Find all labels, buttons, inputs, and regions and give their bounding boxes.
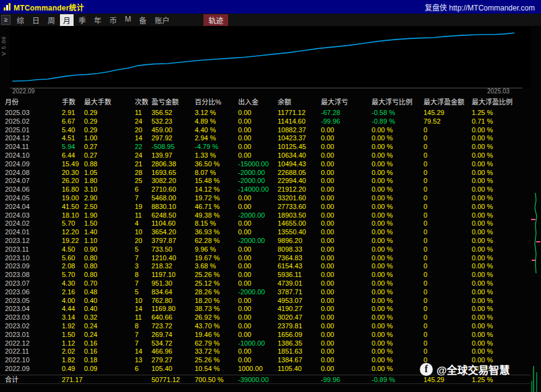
table-cell: 534.72 [151, 339, 195, 348]
table-cell: 0.00 % [372, 262, 424, 271]
table-cell [278, 375, 321, 385]
table-cell: 0.00 [321, 271, 372, 279]
trace-button[interactable]: 轨迹 [203, 14, 228, 26]
table-row[interactable]: 2023.085.700.8081197.1025.26 %0.005936.1… [0, 271, 530, 279]
table-cell: 1386.35 [278, 339, 321, 348]
table-row[interactable]: 2023.092.080.803218.323.68 %0.006154.430… [0, 262, 530, 271]
table-row[interactable]: 2024.0519.002.9075468.0019.72 %0.0033201… [0, 194, 530, 203]
table-cell: 19.46 % [195, 331, 238, 339]
table-cell: -2000.00 [238, 211, 278, 220]
table-row[interactable]: 2023.011.500.247269.7419.46 %0.001656.09… [0, 331, 530, 339]
table-row[interactable]: 2024.0915.490.88212806.3836.50 %-15000.0… [0, 160, 530, 169]
table-cell: 0.00 [238, 203, 278, 211]
menu-item[interactable]: 季 [75, 14, 89, 26]
table-cell: -2000.00 [238, 169, 278, 177]
table-cell: 0.00 [321, 194, 372, 203]
menu-item[interactable]: 月 [60, 14, 74, 26]
table-cell: 297.92 [151, 134, 195, 143]
table-cell: 0.00 % [472, 203, 519, 211]
table-cell: 26.92 % [195, 313, 238, 322]
table-cell: 1169.80 [151, 305, 195, 313]
table-cell: 2024.11 [5, 143, 62, 151]
table-row[interactable]: 2024.106.440.2724139.971.33 %0.0010634.4… [0, 151, 530, 160]
table-cell: 1.80 [84, 177, 135, 185]
table-row[interactable]: 2025.026.670.2924532.234.89 %0.0011414.6… [0, 117, 530, 126]
table-row[interactable]: 2024.025.701.5041104.608.15 %0.0014655.0… [0, 219, 530, 228]
menu-item[interactable]: 备 [136, 14, 150, 26]
table-cell: 0.00 % [372, 169, 424, 177]
table-cell: 1.40 [84, 228, 135, 237]
table-cell: 0.00 % [372, 331, 424, 339]
menu-item[interactable]: 综 [14, 14, 27, 26]
table-row[interactable]: 2024.0318.101.90116248.5049.38 %-2000.00… [0, 211, 530, 220]
table-cell: 10 [135, 228, 151, 237]
table-cell: 3082.20 [151, 177, 195, 185]
table-row[interactable]: 2024.0441.502.50198830.1046.71 %0.002773… [0, 203, 530, 211]
table-cell: 10423.37 [278, 134, 321, 143]
table-cell: 0 [424, 347, 472, 356]
table-cell: 0 [424, 228, 472, 237]
table-cell: 36.93 % [195, 228, 238, 237]
table-cell: 5468.00 [151, 194, 195, 203]
table-cell: 0.71 % [472, 117, 519, 126]
table-row[interactable]: 2023.033.140.3211640.6626.92 %0.003020.4… [0, 313, 530, 322]
table-cell: 0.00 [321, 237, 372, 245]
menu-item[interactable]: 周 [45, 14, 58, 26]
table-row[interactable]: 2023.062.160.485834.6428.26 %-2000.00378… [0, 288, 530, 297]
table-cell: 8 [135, 271, 151, 279]
table-cell: 1000.00 [238, 365, 278, 373]
table-cell: 4953.07 [278, 297, 321, 305]
table-cell: 0.00 % [472, 262, 519, 271]
table-cell: 22688.05 [278, 169, 321, 177]
table-row[interactable]: 2025.032.910.2911356.523.12 %0.0011771.1… [0, 109, 530, 117]
menu-item[interactable]: 年 [91, 14, 104, 26]
table-cell: 0.00 % [472, 322, 519, 331]
table-row[interactable]: 2024.124.511.0014297.922.94 %0.0010423.3… [0, 134, 530, 143]
table-row[interactable]: 2022.112.020.1614466.9633.72 %0.001851.6… [0, 347, 530, 356]
table-cell: 0.27 [84, 143, 135, 151]
table-cell: 2024.03 [5, 211, 62, 220]
table-cell: 1197.10 [151, 271, 195, 279]
table-cell: 20.30 [62, 169, 84, 177]
table-row[interactable]: 2023.105.600.8071210.4019.67 %0.007364.8… [0, 254, 530, 263]
menu-item[interactable]: 日 [29, 14, 43, 26]
table-row[interactable]: 2025.015.400.2920459.004.40 %0.0010882.3… [0, 126, 530, 135]
table-cell: 0.80 [84, 262, 135, 271]
table-cell: 14 [135, 305, 151, 313]
menu-item[interactable]: 账户 [151, 14, 173, 26]
table-cell: 4190.27 [278, 305, 321, 313]
table-cell: 18903.50 [278, 211, 321, 220]
table-row[interactable]: 2023.074.300.707951.3025.12 %0.004739.01… [0, 279, 530, 288]
table-cell: 6 [135, 365, 151, 373]
titlebar-site-link[interactable]: 复盘侠 http://MTCommander.com [425, 2, 535, 12]
table-row[interactable]: 2024.115.940.2722-508.95-4.79 %0.0010125… [0, 143, 530, 151]
table-row[interactable]: 2023.044.440.40141169.8038.73 %0.004190.… [0, 305, 530, 313]
table-cell: 0.00 % [472, 185, 519, 194]
table-cell: 0 [424, 134, 472, 143]
table-row[interactable]: 2023.021.920.248723.7243.70 %0.002379.81… [0, 322, 530, 331]
menu-item[interactable]: M [122, 14, 134, 26]
table-cell: 145.29 [424, 109, 472, 117]
menu-item[interactable]: 币 [106, 14, 120, 26]
expander-icon[interactable]: ≥ [1, 15, 11, 25]
table-cell: 2023.04 [5, 305, 62, 313]
table-cell: 0 [424, 262, 472, 271]
table-row[interactable]: 2024.0112.201.40103654.2036.93 %0.001355… [0, 228, 530, 237]
table-row[interactable]: 2023.1219.221.10203797.8762.28 %-2000.00… [0, 237, 530, 245]
table-cell: 5.60 [62, 254, 84, 263]
table-cell: 19.00 [62, 194, 84, 203]
table-row[interactable]: 2023.114.500.905733.509.96 %0.008098.330… [0, 245, 530, 254]
facebook-icon: f [420, 363, 433, 376]
table-cell: 0.00 [238, 297, 278, 305]
table-cell: 5 [135, 245, 151, 254]
table-row[interactable]: 2024.0726.201.80253082.2015.48 %-2000.00… [0, 177, 530, 185]
table-row[interactable]: 2022.121.120.167534.7262.79 %-1000.00138… [0, 339, 530, 348]
table-cell: 4.51 [62, 134, 84, 143]
table-row[interactable]: 2024.0820.301.05281693.658.07 %-2000.002… [0, 169, 530, 177]
column-header: 最大浮盈比例 [472, 97, 519, 108]
table-cell: 3020.47 [278, 313, 321, 322]
table-row[interactable]: 2023.054.000.4010762.8018.20 %0.004953.0… [0, 297, 530, 305]
table-cell: 2710.60 [151, 185, 195, 194]
table-cell: 4.44 [62, 305, 84, 313]
table-row[interactable]: 2024.0616.803.1062710.6014.12 %-14000.00… [0, 185, 530, 194]
